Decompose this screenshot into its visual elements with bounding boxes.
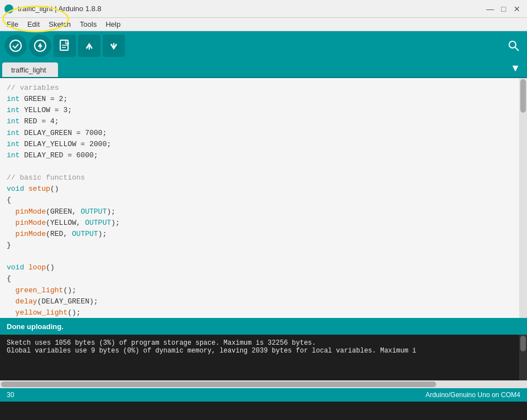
code-line-5: int DELAY_GREEN = 7000;	[7, 128, 513, 139]
tab-bar: traffic_light ▼	[0, 60, 527, 78]
code-line-6: int DELAY_YELLOW = 2000;	[7, 139, 513, 150]
console-scrollbar-y[interactable]	[519, 335, 527, 380]
title-bar: traffic_light | Arduino 1.8.8 — □ ✕	[0, 0, 527, 18]
console-line-1: Sketch uses 1056 bytes (3%) of program s…	[7, 339, 513, 347]
svg-point-0	[10, 40, 21, 51]
code-line-18: {	[7, 273, 513, 284]
bottom-scrollbar-thumb[interactable]	[1, 382, 436, 387]
tab-dropdown-button[interactable]: ▼	[506, 59, 525, 77]
code-line-12: pinMode(GREEN, OUTPUT);	[7, 206, 513, 218]
save-button[interactable]	[103, 35, 125, 57]
code-line-19: green_light();	[7, 285, 513, 296]
menu-help[interactable]: Help	[101, 19, 125, 30]
search-button[interactable]	[505, 37, 523, 55]
code-editor[interactable]: // variables int GREEN = 2; int YELLOW =…	[0, 78, 519, 318]
code-line-2: int GREEN = 2;	[7, 94, 513, 105]
maximize-button[interactable]: □	[498, 3, 509, 15]
console-header: Done uploading.	[0, 318, 527, 335]
board-info: Arduino/Genuino Uno on COM4	[426, 391, 520, 399]
code-line-10: void setup()	[7, 184, 513, 195]
toolbar	[0, 31, 527, 60]
menu-file[interactable]: File	[2, 19, 23, 30]
code-line-21: yellow_light();	[7, 307, 513, 318]
code-line-11: {	[7, 195, 513, 206]
menu-edit[interactable]: Edit	[23, 19, 44, 30]
code-line-14: pinMode(RED, OUTPUT);	[7, 229, 513, 240]
code-scrollbar-thumb[interactable]	[520, 79, 526, 113]
code-scrollbar-y[interactable]	[519, 78, 527, 318]
app-icon	[4, 4, 13, 13]
code-line-8	[7, 161, 513, 172]
code-area: // variables int GREEN = 2; int YELLOW =…	[0, 78, 527, 318]
window-controls: — □ ✕	[485, 3, 523, 15]
minimize-button[interactable]: —	[485, 3, 496, 15]
code-line-9: // basic functions	[7, 172, 513, 184]
verify-button[interactable]	[4, 35, 27, 57]
code-line-20: delay(DELAY_GREEN);	[7, 296, 513, 307]
menu-bar: File Edit Sketch Tools Help	[0, 18, 527, 31]
tab-traffic-light[interactable]: traffic_light	[2, 62, 58, 77]
code-line-17: void loop()	[7, 262, 513, 273]
code-line-7: int DELAY_RED = 6000;	[7, 150, 513, 161]
console-line-2: Global variables use 9 bytes (0%) of dyn…	[7, 347, 513, 355]
svg-line-9	[515, 47, 519, 51]
line-number: 30	[7, 391, 14, 399]
code-line-15: }	[7, 240, 513, 251]
svg-point-8	[509, 41, 516, 48]
console-body: Sketch uses 1056 bytes (3%) of program s…	[0, 335, 519, 379]
code-line-13: pinMode(YELLOW, OUTPUT);	[7, 218, 513, 229]
window-title: traffic_light | Arduino 1.8.8	[18, 4, 101, 13]
title-bar-left: traffic_light | Arduino 1.8.8	[4, 4, 101, 13]
menu-tools[interactable]: Tools	[75, 19, 101, 30]
new-button[interactable]	[54, 35, 76, 57]
console-wrapper: Sketch uses 1056 bytes (3%) of program s…	[0, 335, 527, 380]
upload-button[interactable]	[29, 35, 51, 57]
menu-sketch[interactable]: Sketch	[44, 19, 75, 30]
console-scrollbar-thumb[interactable]	[520, 336, 526, 351]
code-line-4: int RED = 4;	[7, 116, 513, 127]
open-button[interactable]	[78, 35, 100, 57]
code-line-1: // variables	[7, 83, 513, 94]
code-line-3: int YELLOW = 3;	[7, 105, 513, 116]
status-bar: 30 Arduino/Genuino Uno on COM4	[0, 388, 527, 402]
close-button[interactable]: ✕	[511, 3, 523, 15]
console-status-text: Done uploading.	[7, 322, 64, 331]
code-line-16	[7, 251, 513, 262]
bottom-scrollbar[interactable]	[0, 380, 527, 388]
